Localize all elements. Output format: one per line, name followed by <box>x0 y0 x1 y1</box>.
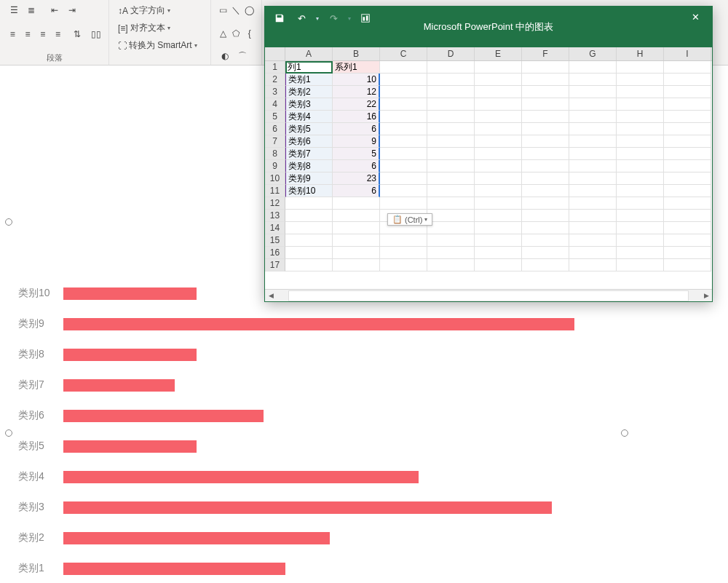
cell[interactable] <box>475 210 522 222</box>
cell[interactable]: 类别7 <box>285 148 333 160</box>
cell[interactable] <box>617 98 664 111</box>
resize-handle[interactable] <box>621 429 628 437</box>
cell[interactable]: 列1 <box>285 61 333 74</box>
cell[interactable]: 5 <box>333 148 380 160</box>
cell[interactable] <box>475 247 522 259</box>
cell[interactable]: 类别2 <box>285 86 333 98</box>
cell[interactable] <box>475 135 522 148</box>
customize-qat-button[interactable] <box>358 11 373 25</box>
cell[interactable] <box>664 74 711 86</box>
row-header[interactable]: 6 <box>265 123 285 135</box>
cell[interactable] <box>569 148 617 160</box>
cell[interactable] <box>569 185 617 197</box>
shape-brace-button[interactable]: { <box>244 26 256 41</box>
close-button[interactable]: ✕ <box>678 7 712 27</box>
cell[interactable] <box>427 210 475 222</box>
bar[interactable] <box>63 440 197 453</box>
cell[interactable] <box>333 210 380 222</box>
bar[interactable] <box>63 563 285 575</box>
scroll-right-button[interactable]: ▶ <box>700 292 712 299</box>
cell[interactable]: 类别8 <box>285 160 333 172</box>
column-header[interactable]: G <box>569 47 617 60</box>
cell[interactable] <box>522 86 569 98</box>
convert-smartart-button[interactable]: ⛶ 转换为 SmartArt ▾ <box>115 38 205 53</box>
align-center-button[interactable]: ≡ <box>21 27 35 41</box>
cell[interactable] <box>380 123 427 135</box>
text-direction-button[interactable]: ↕A 文字方向 ▾ <box>115 3 205 18</box>
row-header[interactable]: 15 <box>265 234 285 247</box>
cell[interactable] <box>427 86 475 98</box>
cell[interactable] <box>522 222 569 234</box>
cell[interactable] <box>569 123 617 135</box>
bar[interactable] <box>63 532 330 544</box>
cell[interactable] <box>617 172 664 185</box>
cell[interactable] <box>333 197 380 210</box>
cell[interactable] <box>569 222 617 234</box>
cell[interactable] <box>475 185 522 197</box>
cell[interactable] <box>569 234 617 247</box>
cell[interactable] <box>285 234 333 247</box>
shape-connector-button[interactable]: ⌒ <box>234 49 250 63</box>
cell[interactable]: 12 <box>333 86 380 98</box>
save-button[interactable] <box>272 11 287 25</box>
cell[interactable]: 类别4 <box>285 111 333 123</box>
select-all-corner[interactable] <box>265 47 285 60</box>
line-spacing-button[interactable]: ⇅ <box>70 27 84 41</box>
cell[interactable] <box>664 185 711 197</box>
shape-arrow-button[interactable]: △ <box>217 26 229 41</box>
row-header[interactable]: 2 <box>265 74 285 86</box>
cell[interactable] <box>475 98 522 111</box>
cell[interactable]: 系列1 <box>333 61 380 74</box>
cell[interactable] <box>427 259 475 271</box>
cell[interactable] <box>664 86 711 98</box>
cell[interactable] <box>285 197 333 210</box>
column-header[interactable]: H <box>617 47 664 60</box>
cell[interactable] <box>569 210 617 222</box>
row-header[interactable]: 1 <box>265 61 285 74</box>
decrease-indent-button[interactable]: ⇤ <box>47 3 63 17</box>
row-header[interactable]: 12 <box>265 197 285 210</box>
cell[interactable] <box>427 160 475 172</box>
cell[interactable] <box>475 111 522 123</box>
cell[interactable] <box>380 172 427 185</box>
row-header[interactable]: 11 <box>265 185 285 197</box>
cell[interactable] <box>522 148 569 160</box>
cell[interactable]: 9 <box>333 135 380 148</box>
cell[interactable] <box>617 234 664 247</box>
cell[interactable] <box>475 172 522 185</box>
shape-star-button[interactable]: ⬠ <box>230 26 242 41</box>
align-left-button[interactable]: ≡ <box>6 27 20 41</box>
cell[interactable]: 类别10 <box>285 185 333 197</box>
cell[interactable] <box>664 234 711 247</box>
cell[interactable] <box>664 135 711 148</box>
cell[interactable] <box>333 247 380 259</box>
cell[interactable] <box>522 74 569 86</box>
cell[interactable] <box>664 61 711 74</box>
cell[interactable] <box>333 222 380 234</box>
row-header[interactable]: 7 <box>265 135 285 148</box>
cell[interactable] <box>617 74 664 86</box>
cell[interactable] <box>569 74 617 86</box>
cell[interactable] <box>664 210 711 222</box>
cell[interactable] <box>617 148 664 160</box>
excel-titlebar[interactable]: ↶▾ ↷▾ Microsoft PowerPoint 中的图表 ✕ <box>265 7 712 47</box>
cell[interactable] <box>427 148 475 160</box>
cell[interactable] <box>285 259 333 271</box>
increase-indent-button[interactable]: ⇥ <box>64 3 80 17</box>
cell[interactable] <box>475 259 522 271</box>
resize-handle[interactable] <box>5 218 12 226</box>
resize-handle[interactable] <box>5 429 12 437</box>
align-right-button[interactable]: ≡ <box>36 27 50 41</box>
cell[interactable] <box>617 61 664 74</box>
column-header[interactable]: A <box>285 47 333 60</box>
cell[interactable] <box>427 172 475 185</box>
cell[interactable] <box>569 247 617 259</box>
cell[interactable]: 10 <box>333 74 380 86</box>
cell[interactable]: 16 <box>333 111 380 123</box>
cell[interactable] <box>664 197 711 210</box>
cell[interactable] <box>617 210 664 222</box>
cell[interactable] <box>427 135 475 148</box>
row-header[interactable]: 3 <box>265 86 285 98</box>
cell[interactable] <box>617 259 664 271</box>
redo-button[interactable]: ↷ <box>326 11 341 25</box>
